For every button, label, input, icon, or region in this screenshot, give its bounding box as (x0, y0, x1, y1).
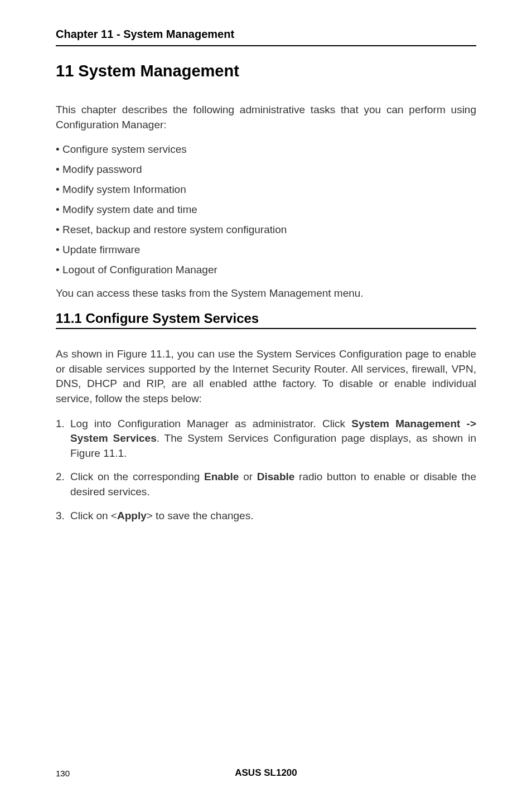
footer-title: ASUS SL1200 (100, 767, 432, 779)
bullet-item: Update firmware (56, 244, 476, 256)
step-text: Log into Configuration Manager as admini… (70, 418, 351, 429)
chapter-header: Chapter 11 - System Management (56, 28, 476, 41)
bullet-item: Modify system Information (56, 183, 476, 196)
bullet-list: Configure system services Modify passwor… (56, 143, 476, 276)
step-bold: Enable (204, 471, 239, 482)
bullet-item: Modify system date and time (56, 204, 476, 216)
step-bold: Apply (117, 510, 147, 521)
section-body: As shown in Figure 11.1, you can use the… (56, 347, 476, 406)
bullet-item: Configure system services (56, 143, 476, 156)
access-note: You can access these tasks from the Syst… (56, 287, 476, 299)
chapter-title: 11 System Management (56, 62, 476, 80)
step-item: Click on the corresponding Enable or Dis… (56, 470, 476, 499)
page-footer: 130 ASUS SL1200 (56, 767, 476, 779)
page-number: 130 (56, 769, 100, 778)
ordered-list: Log into Configuration Manager as admini… (56, 417, 476, 524)
step-text: or (239, 471, 257, 482)
bullet-item: Logout of Configuration Manager (56, 264, 476, 276)
step-item: Log into Configuration Manager as admini… (56, 417, 476, 461)
step-text: Click on < (70, 510, 117, 521)
step-bold: Disable (257, 471, 295, 482)
intro-paragraph: This chapter describes the following adm… (56, 103, 476, 132)
step-text: Click on the corresponding (70, 471, 204, 482)
section-title: 11.1 Configure System Services (56, 311, 476, 329)
divider-line (56, 45, 476, 46)
step-text: > to save the changes. (147, 510, 254, 521)
step-item: Click on <Apply> to save the changes. (56, 509, 476, 524)
bullet-item: Reset, backup and restore system configu… (56, 224, 476, 236)
bullet-item: Modify password (56, 163, 476, 176)
